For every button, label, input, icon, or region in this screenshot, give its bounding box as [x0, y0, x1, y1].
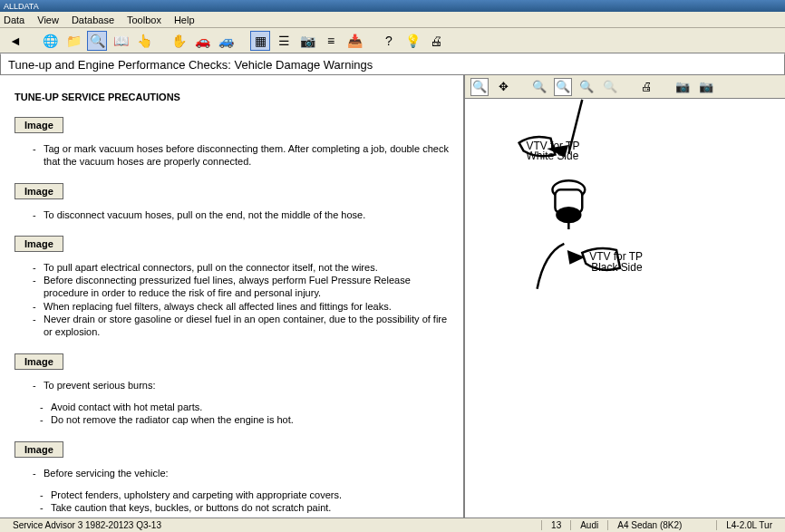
zoom-tool-icon[interactable]: 🔍	[530, 78, 548, 96]
status-page: 13	[541, 520, 570, 530]
article-bullet: To prevent serious burns:	[33, 379, 449, 392]
list-icon[interactable]: ☰	[274, 31, 294, 51]
camera2-icon[interactable]: 📷	[697, 78, 715, 96]
tray-icon[interactable]: 📥	[344, 31, 364, 51]
zoom-in-icon[interactable]: 🔍	[470, 78, 489, 96]
back-button[interactable]: ◄	[5, 31, 25, 51]
article-pane: TUNE-UP SERVICE PRECAUTIONS ImageTag or …	[0, 75, 463, 517]
image-button[interactable]: Image	[15, 117, 63, 133]
help-icon[interactable]: ?	[379, 31, 399, 51]
article-bullet: To disconnect vacuum hoses, pull on the …	[33, 208, 449, 221]
status-model: A4 Sedan (8K2)	[607, 520, 716, 530]
image-pane: 🔍 ✥ 🔍 🔍 🔍 🔍 🖨 📷 📷	[463, 75, 785, 517]
zoom-plus-icon[interactable]: 🔍	[577, 78, 596, 96]
search-icon[interactable]: 🔍	[87, 31, 107, 51]
status-engine: L4-2.0L Tur	[716, 520, 781, 530]
bulb-icon[interactable]: 💡	[402, 31, 422, 51]
image-button[interactable]: Image	[15, 183, 63, 199]
article-sub-bullet: Do not remove the radiator cap when the …	[40, 413, 449, 426]
car-icon[interactable]: 🚙	[216, 31, 236, 51]
article-sub-bullet: Take caution that keys, buckles, or butt…	[40, 501, 449, 514]
app-name: ALLDATA	[4, 2, 39, 11]
menu-database[interactable]: Database	[72, 15, 114, 25]
new-car-icon[interactable]: 🚗	[192, 31, 212, 51]
article-sub-bullet: Protect fenders, upholstery and carpetin…	[40, 488, 449, 501]
folder-icon[interactable]: 📁	[63, 31, 83, 51]
statusbar: Service Advisor 3 1982-20123 Q3-13 13 Au…	[0, 517, 785, 532]
titlebar: ALLDATA	[0, 0, 785, 12]
content-area: TUNE-UP SERVICE PRECAUTIONS ImageTag or …	[0, 75, 785, 517]
image-button[interactable]: Image	[15, 236, 63, 252]
article-bullet: Before disconnecting pressurized fuel li…	[33, 274, 449, 300]
diagram-label-bot-2: Black Side	[591, 261, 643, 274]
menu-data[interactable]: Data	[4, 15, 24, 25]
pan-icon[interactable]: ✥	[494, 78, 512, 96]
lines-icon[interactable]: ≡	[321, 31, 341, 51]
image-button[interactable]: Image	[15, 353, 63, 370]
menu-view[interactable]: View	[37, 15, 59, 25]
image-button[interactable]: Image	[15, 441, 63, 458]
status-left: Service Advisor 3 1982-20123 Q3-13	[4, 520, 170, 530]
layout-icon[interactable]: ▦	[250, 31, 270, 51]
menubar: Data View Database Toolbox Help	[0, 12, 785, 28]
click-icon[interactable]: 👆	[134, 31, 154, 51]
article-sub-bullet: Avoid contact with hot metal parts.	[40, 401, 449, 413]
menu-toolbox[interactable]: Toolbox	[127, 15, 161, 25]
main-toolbar: ◄ 🌐 📁 🔍 📖 👆 ✋ 🚗 🚙 ▦ ☰ 📷 ≡ 📥 ? 💡 🖨	[0, 28, 785, 53]
page-title: Tune-up and Engine Performance Checks: V…	[0, 53, 785, 75]
image-toolbar: 🔍 ✥ 🔍 🔍 🔍 🔍 🖨 📷 📷	[465, 75, 785, 99]
hand-icon[interactable]: ✋	[169, 31, 189, 51]
book-icon[interactable]: 📖	[111, 31, 131, 51]
print-image-icon[interactable]: 🖨	[637, 78, 655, 96]
zoom-minus-icon[interactable]: 🔍	[601, 78, 619, 96]
diagram-view[interactable]: VTV for TP White Side VTV for TP Black S…	[465, 99, 785, 517]
camera1-icon[interactable]: 📷	[674, 78, 692, 96]
menu-help[interactable]: Help	[174, 15, 195, 25]
camera-icon[interactable]: 📷	[297, 31, 317, 51]
svg-point-2	[557, 208, 580, 222]
zoom-fit-icon[interactable]: 🔍	[554, 78, 572, 96]
article-bullet: Before servicing the vehicle:	[33, 467, 449, 479]
article-bullet: When replacing fuel filters, always chec…	[33, 300, 449, 313]
article-bullet: Never drain or store gasoline or diesel …	[33, 313, 449, 339]
article-heading: TUNE-UP SERVICE PRECAUTIONS	[15, 92, 449, 102]
article-bullet: Tag or mark vacuum hoses before disconne…	[33, 142, 449, 169]
diagram-svg: VTV for TP White Side VTV for TP Black S…	[465, 99, 785, 371]
globe-icon[interactable]: 🌐	[40, 31, 60, 51]
print-icon[interactable]: 🖨	[426, 31, 446, 51]
diagram-label-top-2: White Side	[527, 150, 579, 162]
status-make: Audi	[570, 520, 607, 530]
article-bullet: To pull apart electrical connectors, pul…	[33, 261, 449, 274]
